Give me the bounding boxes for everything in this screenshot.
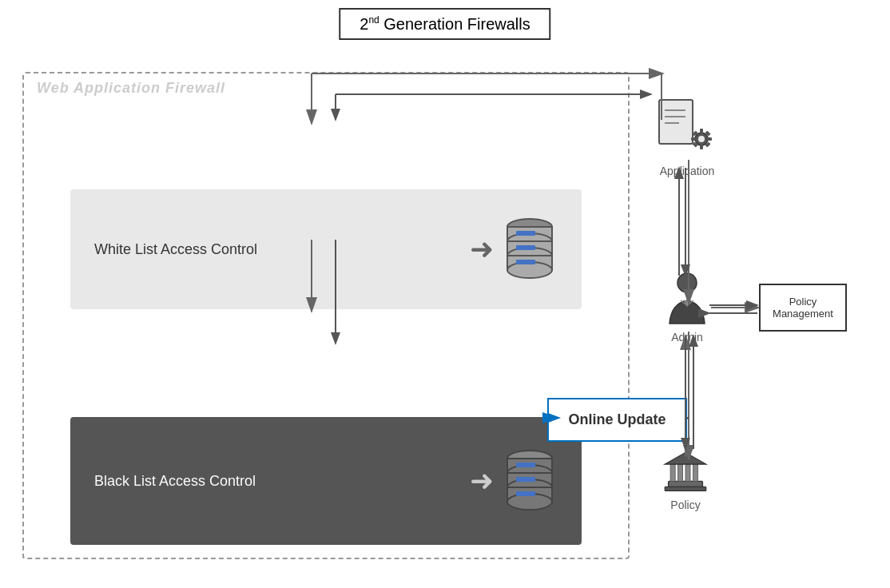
svg-rect-19: [516, 491, 535, 496]
svg-marker-41: [665, 452, 705, 464]
policy-management-box: PolicyManagement: [759, 284, 847, 332]
svg-rect-28: [691, 137, 696, 141]
svg-point-25: [698, 136, 705, 142]
policy-management-label: PolicyManagement: [773, 296, 833, 320]
svg-rect-7: [516, 231, 535, 236]
application-label: Application: [660, 165, 715, 177]
page-title: 2nd Generation Firewalls: [339, 8, 550, 40]
admin-icon-container: Admin: [663, 272, 711, 344]
whitelist-db-icon: [502, 217, 558, 281]
firewall-container: Web Application Firewall White List Acce…: [22, 72, 630, 559]
blacklist-box: Black List Access Control ➜: [70, 417, 582, 545]
title-superscript: nd: [368, 14, 379, 26]
svg-rect-37: [670, 464, 675, 481]
svg-rect-8: [516, 245, 535, 250]
svg-rect-9: [516, 260, 535, 264]
title-text: Generation Firewalls: [383, 15, 530, 33]
svg-rect-20: [659, 100, 693, 144]
whitelist-box: White List Access Control ➜: [70, 189, 582, 309]
admin-label: Admin: [671, 331, 703, 344]
policy-label: Policy: [670, 499, 700, 511]
blacklist-db-icon: [502, 449, 558, 513]
svg-rect-39: [685, 464, 690, 481]
whitelist-arrow-icon: ➜: [470, 232, 494, 266]
online-update-label: Online Update: [568, 411, 666, 428]
svg-rect-26: [700, 129, 703, 133]
online-update-box: Online Update: [547, 398, 687, 442]
whitelist-label: White List Access Control: [94, 241, 462, 258]
blacklist-label: Black List Access Control: [94, 473, 462, 490]
policy-icon-container: Policy: [662, 447, 709, 511]
svg-rect-18: [516, 477, 535, 482]
svg-rect-27: [700, 145, 703, 149]
svg-rect-17: [516, 463, 535, 467]
svg-rect-40: [693, 464, 697, 481]
svg-rect-35: [665, 487, 705, 491]
svg-rect-38: [678, 464, 683, 481]
svg-rect-29: [707, 137, 712, 141]
title-number: 2: [360, 15, 368, 33]
application-icon-container: Application: [655, 96, 719, 177]
svg-rect-36: [669, 481, 703, 487]
watermark-label: Web Application Firewall: [37, 80, 225, 97]
blacklist-arrow-icon: ➜: [470, 464, 494, 498]
svg-point-34: [677, 273, 697, 292]
